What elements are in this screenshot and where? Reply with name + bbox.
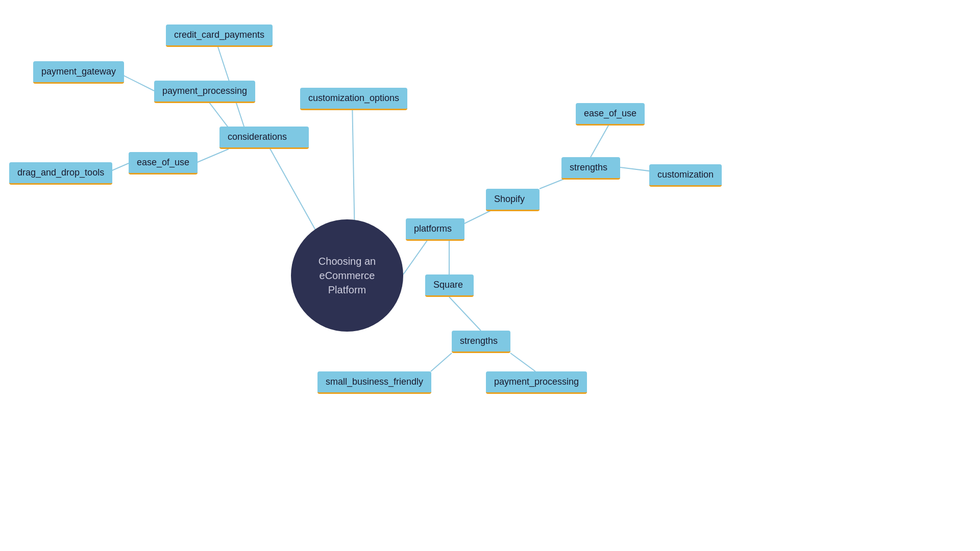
node-label-credit_card_payments: credit_card_payments	[174, 30, 264, 40]
node-label-payment_processing_square: payment_processing	[494, 377, 579, 387]
node-label-considerations: considerations	[228, 132, 287, 142]
node-label-customization_options: customization_options	[308, 93, 399, 103]
node-payment_processing_left[interactable]: payment_processing	[154, 81, 255, 103]
svg-line-15	[510, 353, 535, 371]
node-small_business_friendly[interactable]: small_business_friendly	[317, 371, 431, 394]
node-label-ease_of_use_shopify: ease_of_use	[584, 108, 636, 118]
node-payment_gateway[interactable]: payment_gateway	[33, 61, 124, 84]
node-label-strengths_shopify: strengths	[570, 162, 607, 172]
node-drag_and_drop_tools[interactable]: drag_and_drop_tools	[9, 162, 112, 185]
node-label-strengths_square: strengths	[460, 336, 498, 346]
node-strengths_square[interactable]: strengths	[452, 331, 510, 353]
node-label-square: Square	[433, 280, 463, 290]
node-customization_shopify[interactable]: customization	[649, 164, 722, 187]
node-label-payment_gateway: payment_gateway	[41, 66, 116, 77]
node-platforms[interactable]: platforms	[406, 218, 464, 241]
svg-line-14	[431, 353, 452, 371]
node-square[interactable]: Square	[425, 274, 474, 297]
node-payment_processing_square[interactable]: payment_processing	[486, 371, 587, 394]
node-ease_of_use_left[interactable]: ease_of_use	[129, 152, 198, 174]
node-credit_card_payments[interactable]: credit_card_payments	[166, 24, 273, 47]
node-label-payment_processing_left: payment_processing	[162, 86, 247, 96]
node-label-customization_shopify: customization	[657, 169, 714, 180]
svg-line-6	[352, 99, 355, 239]
node-label-platforms: platforms	[414, 223, 452, 234]
node-customization_options[interactable]: customization_options	[300, 88, 407, 110]
node-label-shopify: Shopify	[494, 194, 525, 204]
node-label-small_business_friendly: small_business_friendly	[326, 377, 423, 387]
node-label-ease_of_use_left: ease_of_use	[137, 157, 189, 167]
node-considerations[interactable]: considerations	[219, 127, 309, 149]
svg-line-4	[195, 149, 229, 163]
center-node[interactable]: Choosing an eCommercePlatform	[291, 219, 403, 332]
svg-line-13	[449, 297, 481, 331]
node-ease_of_use_shopify[interactable]: ease_of_use	[576, 103, 645, 126]
node-strengths_shopify[interactable]: strengths	[561, 157, 620, 180]
svg-line-10	[591, 126, 608, 157]
node-shopify[interactable]: Shopify	[486, 189, 540, 211]
center-node-label: Choosing an eCommercePlatform	[291, 254, 403, 297]
node-label-drag_and_drop_tools: drag_and_drop_tools	[17, 167, 104, 178]
